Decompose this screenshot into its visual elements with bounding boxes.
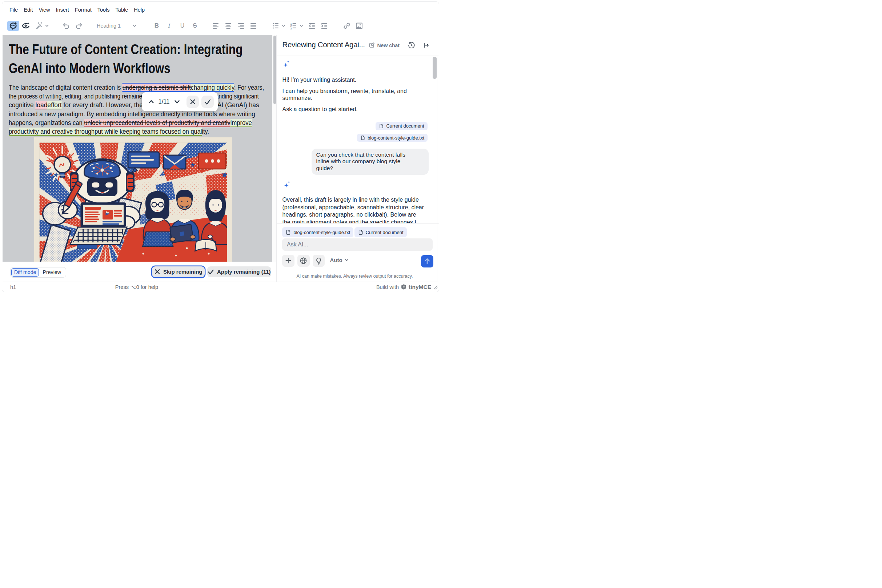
svg-text:3: 3 xyxy=(290,27,291,30)
